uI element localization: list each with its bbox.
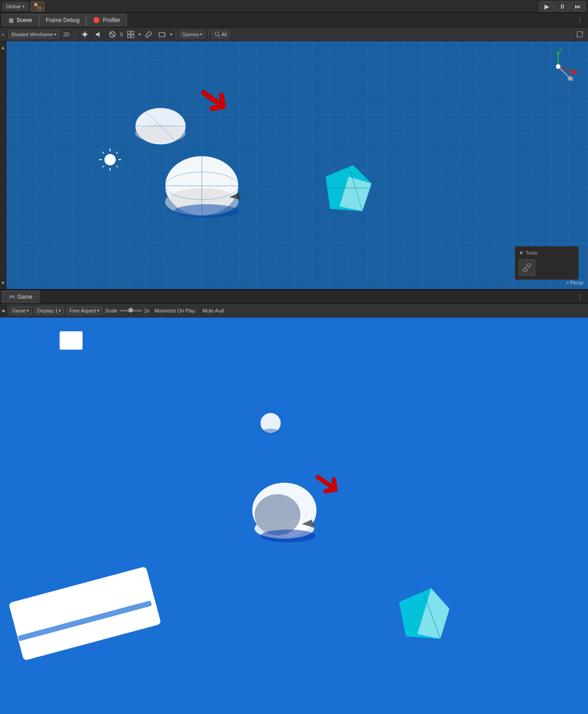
svg-line-50: [116, 152, 118, 154]
svg-line-51: [102, 166, 104, 167]
left-edge: ◀: [0, 28, 5, 41]
scene-viewport[interactable]: ▲ ▼: [0, 41, 588, 289]
up-arrow-icon: ▲: [1, 45, 6, 50]
svg-rect-1: [38, 7, 41, 10]
scene-tab-more[interactable]: ⋮: [573, 15, 586, 25]
separator-2: [176, 30, 176, 39]
svg-point-4: [83, 33, 87, 36]
svg-rect-0: [34, 3, 37, 6]
svg-point-36: [174, 204, 239, 218]
pivot-icon[interactable]: [31, 1, 44, 11]
scale-label: Scale: [105, 308, 118, 313]
svg-rect-15: [131, 35, 134, 38]
gizmos-dropdown[interactable]: Gizmos ▾: [179, 30, 205, 39]
svg-text:x: x: [575, 70, 578, 75]
svg-point-76: [261, 530, 316, 542]
search-dropdown[interactable]: All: [212, 30, 229, 39]
play-controls: ▶ ⏸ ⏭: [539, 1, 585, 11]
tools-title: ▼ Tools: [519, 250, 575, 256]
display-chevron-icon: ▾: [59, 308, 61, 313]
separator-1: [75, 30, 76, 39]
scale-slider-thumb[interactable]: [128, 308, 133, 312]
global-dropdown[interactable]: Global ▾: [3, 2, 28, 11]
tools-panel: ▼ Tools: [515, 246, 579, 280]
overlay-count: 0: [120, 32, 123, 37]
scene-objects-svg: [0, 41, 588, 289]
game-tab-more[interactable]: ⋮: [573, 292, 586, 302]
transform-tool-btn[interactable]: [519, 259, 535, 276]
game-tab-bar: 🎮 Game ⋮: [0, 289, 588, 304]
persp-gizmo: y x z: [538, 46, 579, 87]
scale-value: 2x: [144, 308, 150, 313]
svg-rect-16: [159, 33, 165, 37]
aspect-chevron-icon: ▾: [97, 308, 100, 313]
svg-text:z: z: [571, 76, 574, 82]
global-chevron-icon: ▾: [22, 4, 25, 9]
pause-button[interactable]: ⏸: [555, 1, 570, 11]
persp-label: < Persp: [566, 280, 583, 285]
tab-game[interactable]: 🎮 Game: [2, 290, 39, 303]
svg-line-48: [102, 152, 104, 154]
scene-grid-icon: ⊞: [9, 17, 14, 24]
svg-rect-12: [128, 31, 130, 34]
game-left-strip: ◀: [0, 304, 6, 318]
svg-text:y: y: [560, 47, 562, 52]
camera-chevron-icon: ▾: [170, 32, 172, 37]
scene-tab-bar: ⊞ Scene Frame Debug 🔴 Profiler ⋮: [0, 13, 588, 28]
svg-rect-69: [8, 566, 161, 661]
svg-point-43: [105, 154, 116, 165]
svg-line-49: [116, 166, 118, 167]
separator-3: [208, 30, 209, 39]
tab-frame-debug[interactable]: Frame Debug: [39, 14, 86, 27]
global-label: Global: [6, 4, 21, 9]
game-scene-svg: [0, 318, 588, 714]
game-toolbar: ◀ Game ▾ Display 1 ▾ Free Aspect ▾ Scale…: [0, 304, 588, 318]
svg-rect-13: [131, 31, 134, 34]
tab-scene[interactable]: ⊞ Scene: [2, 14, 39, 27]
camera-aspect-btn[interactable]: [156, 30, 168, 39]
grid-chevron-icon: ▾: [139, 32, 141, 37]
search-icon: [215, 32, 220, 37]
mute-audio-btn[interactable]: Mute Aud: [200, 307, 226, 314]
svg-rect-63: [527, 264, 531, 267]
svg-line-11: [111, 33, 114, 36]
svg-rect-14: [128, 35, 130, 38]
scene-toolbar: ◀ Shaded Wireframe ▾ 2D 0 ▾ ▾ Gizmos ▾ A…: [0, 28, 588, 41]
game-strip-arrow: ◀: [1, 308, 5, 313]
maximize-on-play-btn[interactable]: Maximize On Play: [152, 307, 198, 314]
play-button[interactable]: ▶: [539, 1, 554, 11]
expand-btn[interactable]: [574, 30, 585, 39]
aspect-dropdown[interactable]: Free Aspect ▾: [67, 307, 102, 315]
left-arrow-icon: ◀: [0, 32, 5, 37]
svg-rect-21: [577, 32, 582, 37]
camera-label-chevron-icon: ▾: [27, 308, 29, 313]
tab-profiler[interactable]: 🔴 Profiler: [86, 14, 127, 27]
gizmos-chevron-icon: ▾: [200, 32, 202, 37]
tools-icons-row: [519, 259, 575, 276]
camera-dropdown[interactable]: Game ▾: [9, 307, 32, 315]
svg-marker-9: [96, 32, 100, 37]
2d-toggle[interactable]: 2D: [61, 31, 72, 38]
display-dropdown[interactable]: Display 1 ▾: [34, 307, 64, 315]
tools-triangle-icon: ▼: [519, 250, 524, 256]
game-viewport[interactable]: ➜: [0, 318, 588, 714]
scale-slider-track[interactable]: [119, 310, 142, 312]
shading-chevron-icon: ▾: [54, 32, 56, 37]
svg-rect-62: [523, 268, 527, 271]
svg-line-20: [218, 35, 220, 37]
svg-point-75: [255, 494, 300, 536]
svg-point-19: [215, 32, 219, 36]
down-arrow-icon: ▼: [1, 280, 6, 285]
svg-point-61: [556, 64, 560, 69]
grid-icon-btn[interactable]: [125, 30, 137, 39]
scene-left-strip: ▲ ▼: [0, 41, 6, 289]
shading-dropdown[interactable]: Shaded Wireframe ▾: [8, 30, 59, 39]
game-icon: 🎮: [9, 294, 16, 300]
tools-icon-btn[interactable]: [143, 30, 155, 39]
svg-point-72: [262, 429, 279, 434]
step-button[interactable]: ⏭: [571, 1, 585, 11]
light-icon-btn[interactable]: [79, 30, 91, 39]
audio-icon-btn[interactable]: [93, 30, 105, 39]
scale-control: Scale 2x: [105, 308, 150, 313]
effects-icon-btn[interactable]: [106, 30, 118, 39]
